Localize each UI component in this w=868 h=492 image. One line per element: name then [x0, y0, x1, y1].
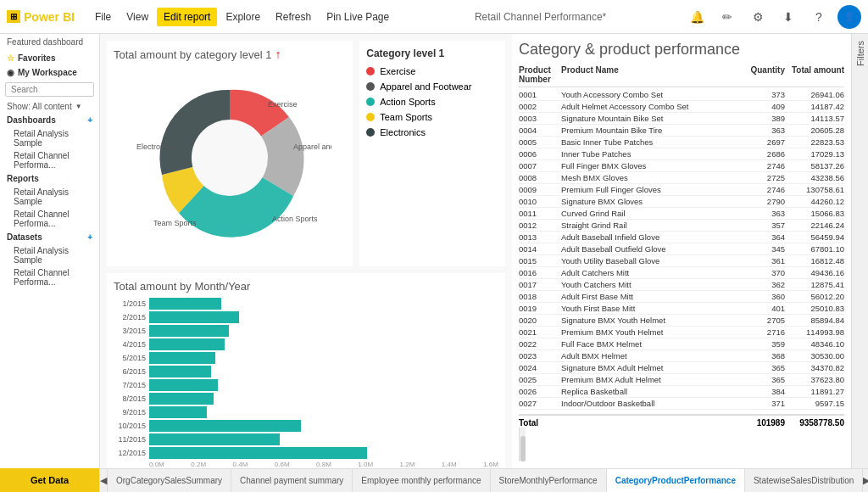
bar-fill: [149, 352, 215, 364]
bar-row: 1/2015: [114, 298, 498, 310]
bar-row: 3/2015: [114, 325, 498, 337]
table-row: 0022Full Face BMX Helmet35948346.10: [519, 338, 844, 350]
sidebar-item-retail-analysis-dataset[interactable]: Retail Analysis Sample: [0, 244, 99, 266]
sidebar-featured-dashboard[interactable]: Featured dashboard: [0, 34, 99, 50]
table-row: 0005Basic Inner Tube Patches269722823.53: [519, 137, 844, 148]
help-icon[interactable]: ?: [807, 5, 831, 29]
legend-item: Exercise: [366, 66, 498, 76]
bar-fill: [149, 325, 229, 337]
tab-scroll-right[interactable]: ▶: [863, 469, 868, 492]
legend-label: Exercise: [380, 66, 415, 76]
bar-row: 2/2015: [114, 311, 498, 323]
legend-dot: [366, 128, 375, 137]
sidebar-search-input[interactable]: [5, 82, 94, 97]
top-charts-row: Total amount by category level 1 ↑: [107, 41, 505, 266]
legend-item: Action Sports: [366, 97, 498, 107]
legend-dot: [366, 67, 375, 75]
legend-dot: [366, 82, 375, 91]
product-table-body: 0001Youth Accessory Combo Set37326941.06…: [519, 89, 844, 412]
file-menu[interactable]: File: [88, 8, 118, 26]
add-dataset-button[interactable]: +: [87, 232, 92, 242]
legend-item: Electronics: [366, 127, 498, 137]
filters-panel[interactable]: Filters: [851, 34, 868, 468]
table-row: 0013Adult Baseball Infield Glove36456459…: [519, 232, 844, 243]
bar-label: 3/2015: [114, 327, 146, 335]
report-title: Retail Channel Performance*: [403, 11, 678, 23]
bar-label: 2/2015: [114, 313, 146, 321]
notifications-icon[interactable]: 🔔: [685, 5, 709, 29]
tab-item[interactable]: Channel payment summary: [231, 469, 353, 492]
tabs-container: OrgCategorySalesSummaryChannel payment s…: [108, 469, 863, 492]
table-row: 0023Adult BMX Helmet36830530.00: [519, 350, 844, 362]
tab-item[interactable]: CategoryProductPerformance: [607, 469, 745, 492]
table-row: 0008Mesh BMX Gloves272543238.56: [519, 172, 844, 184]
settings-icon[interactable]: ⚙: [746, 5, 770, 29]
bar-chart-section: Total amount by Month/Year 1/20152/20153…: [107, 273, 505, 468]
sidebar-item-retail-channel-dash[interactable]: Retail Channel Performa...: [0, 149, 99, 171]
power-bi-logo: ⊞ Power BI: [7, 10, 75, 24]
user-avatar[interactable]: 👤: [837, 5, 861, 29]
tab-item[interactable]: StoreMonthlyPerformance: [491, 469, 607, 492]
table-row: 0010Signature BMX Gloves279044260.12: [519, 196, 844, 208]
bar-row: 6/2015: [114, 366, 498, 377]
table-row: 0024Signature BMX Adult Helmet36534370.8…: [519, 362, 844, 374]
add-dashboard-button[interactable]: +: [87, 115, 92, 125]
red-arrow-icon: ↑: [275, 48, 281, 61]
sidebar-show-all[interactable]: Show: All content ▼: [0, 100, 99, 113]
col-quantity: Quantity: [738, 65, 785, 84]
table-row: 0001Youth Accessory Combo Set37326941.06: [519, 89, 844, 101]
tab-item[interactable]: StatewiseSalesDistribution: [745, 469, 863, 492]
table-row: 0012Straight Grind Rail35722146.24: [519, 220, 844, 232]
legend-label: Action Sports: [380, 97, 435, 107]
scrollbar-thumb: [520, 436, 526, 461]
bar-axis: 0.0M0.2M0.4M0.6M0.8M1.0M1.2M1.4M1.6M: [114, 461, 498, 468]
bar-chart-title: Total amount by Month/Year: [114, 280, 498, 293]
table-row: 0021Premium BMX Youth Helmet2716114993.9…: [519, 327, 844, 338]
table-row: 0006Inner Tube Patches268617029.13: [519, 148, 844, 160]
bar-label: 12/2015: [114, 449, 146, 457]
bar-label: 4/2015: [114, 340, 146, 349]
sidebar-item-retail-analysis-report[interactable]: Retail Analysis Sample: [0, 186, 99, 208]
legend-label: Electronics: [380, 127, 426, 137]
bar-label: 1/2015: [114, 299, 146, 308]
col-product-number: Product Number: [519, 65, 561, 84]
bar-row: 4/2015: [114, 338, 498, 350]
table-row: 0009Premium Full Finger Gloves2746130758…: [519, 184, 844, 196]
sidebar-item-retail-analysis-dash[interactable]: Retail Analysis Sample: [0, 127, 99, 149]
bar-label: 7/2015: [114, 381, 146, 389]
tab-item[interactable]: OrgCategorySalesSummary: [108, 469, 231, 492]
total-amount: 9358778.50: [785, 418, 844, 428]
table-row: 0016Adult Catchers Mitt37049436.16: [519, 267, 844, 279]
bar-fill: [149, 338, 225, 350]
get-data-button[interactable]: Get Data: [0, 468, 99, 492]
filters-label: Filters: [855, 41, 865, 66]
scrollbar[interactable]: [519, 428, 526, 461]
svg-text:Electronics: Electronics: [136, 143, 175, 151]
sidebar-item-retail-channel-dataset[interactable]: Retail Channel Performa...: [0, 266, 99, 288]
product-table-title: Category & product performance: [519, 41, 844, 59]
content-area: Total amount by category level 1 ↑: [100, 34, 868, 492]
refresh-menu[interactable]: Refresh: [269, 8, 318, 26]
explore-menu[interactable]: Explore: [219, 8, 267, 26]
view-menu[interactable]: View: [120, 8, 155, 26]
legend-label: Apparel and Footwear: [380, 81, 471, 92]
tab-item[interactable]: Employee monthly performance: [353, 469, 490, 492]
legend-title: Category level 1: [366, 48, 498, 59]
pin-live-page-menu[interactable]: Pin Live Page: [320, 8, 396, 26]
table-row: 0026Replica Basketball38411891.27: [519, 386, 844, 398]
edit-report-menu[interactable]: Edit report: [157, 8, 217, 26]
total-label: Total: [519, 418, 561, 428]
table-row: 0018Adult First Base Mitt36056012.20: [519, 291, 844, 303]
sidebar-item-retail-channel-report[interactable]: Retail Channel Performa...: [0, 208, 99, 230]
table-row: 0007Full Finger BMX Gloves274658137.26: [519, 160, 844, 172]
bar-label: 5/2015: [114, 354, 146, 362]
sidebar-favorites-header: ☆ Favorites: [0, 50, 99, 64]
table-row: 0019Youth First Base Mitt40125010.83: [519, 303, 844, 315]
download-icon[interactable]: ⬇: [776, 5, 800, 29]
pencil-icon[interactable]: ✏: [715, 5, 739, 29]
table-row: 0004Premium Mountain Bike Tire36320605.2…: [519, 125, 844, 137]
bar-row: 9/2015: [114, 406, 498, 418]
tab-scroll-left[interactable]: ◀: [100, 469, 108, 492]
bar-fill: [149, 433, 280, 445]
logo-text: Power BI: [24, 10, 75, 24]
